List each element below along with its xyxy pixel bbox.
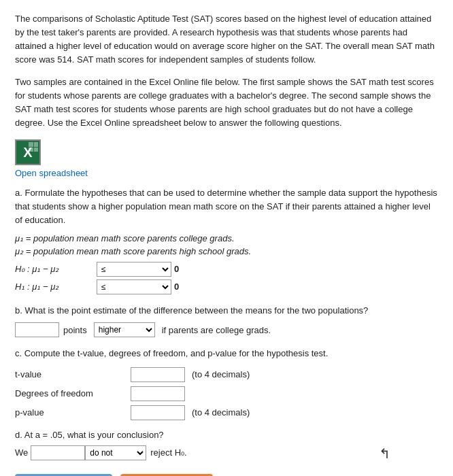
p-value-input[interactable] — [131, 405, 185, 420]
h1-select[interactable]: ≤ ≥ = < > ≠ — [97, 279, 171, 294]
conclusion-row: We do not do reject H₀. — [15, 445, 438, 460]
p-value-label: p-value — [15, 407, 131, 418]
excel-icon: X — [15, 139, 41, 165]
points-label: points — [63, 325, 87, 335]
h1-row: H₁ : μ₁ − μ₂ ≤ ≥ = < > ≠ 0 — [15, 279, 438, 294]
p-value-note: (to 4 decimals) — [192, 407, 250, 418]
page-container: The comparisons of Scholastic Aptitude T… — [0, 0, 453, 476]
intro-paragraph-1: The comparisons of Scholastic Aptitude T… — [15, 12, 438, 67]
section-b-label: b. What is the point estimate of the dif… — [15, 304, 438, 318]
df-label: Degrees of freedom — [15, 388, 131, 398]
section-a-label: a. Formulate the hypotheses that can be … — [15, 186, 438, 227]
excel-grid-decoration — [29, 142, 38, 152]
t-value-input[interactable] — [131, 367, 185, 382]
point-estimate-input[interactable] — [15, 322, 59, 337]
t-value-label: t-value — [15, 369, 131, 379]
h0-row: H₀ : μ₁ − μ₂ ≤ ≥ = < > ≠ 0 — [15, 262, 438, 277]
conclusion-select[interactable]: do not do — [85, 445, 146, 460]
h1-label: H₁ : μ₁ − μ₂ — [15, 282, 97, 292]
direction-select[interactable]: higher lower equal — [94, 322, 155, 337]
mu2-definition: μ₂ = population mean math score parents … — [15, 246, 438, 256]
t-value-row: t-value (to 4 decimals) — [15, 367, 438, 382]
df-row: Degrees of freedom — [15, 386, 438, 401]
reject-label: reject H₀. — [150, 447, 186, 458]
section-c-label: c. Compute the t-value, degrees of freed… — [15, 347, 438, 360]
h0-select[interactable]: ≤ ≥ = < > ≠ — [97, 262, 171, 277]
point-estimate-row: points higher lower equal if parents are… — [15, 322, 438, 337]
mu1-definition: μ₁ = population mean math score parents … — [15, 233, 438, 243]
intro-paragraph-2: Two samples are contained in the Excel O… — [15, 75, 438, 131]
t-value-note: (to 4 decimals) — [192, 369, 250, 379]
section-d-wrapper: d. At a = .05, what is your conclusion? … — [15, 430, 438, 440]
conclusion-blank-input[interactable] — [31, 445, 85, 460]
if-label: if parents are college grads. — [162, 325, 271, 335]
h0-zero: 0 — [174, 264, 179, 274]
p-value-row: p-value (to 4 decimals) — [15, 405, 438, 420]
section-d-label: d. At a = .05, what is your conclusion? — [15, 430, 438, 440]
h1-zero: 0 — [174, 282, 179, 292]
buttons-row: Check My Work Reset Problem — [15, 474, 438, 476]
excel-row: X — [15, 139, 438, 165]
cursor-arrow-icon: ↱ — [379, 445, 390, 462]
check-my-work-button[interactable]: Check My Work — [15, 474, 112, 476]
open-spreadsheet-link[interactable]: Open spreadsheet — [15, 168, 438, 178]
stat-table: t-value (to 4 decimals) Degrees of freed… — [15, 367, 438, 420]
h0-label: H₀ : μ₁ − μ₂ — [15, 264, 97, 274]
we-label: We — [15, 447, 28, 458]
reset-problem-button[interactable]: Reset Problem — [120, 474, 214, 476]
hypothesis-table: H₀ : μ₁ − μ₂ ≤ ≥ = < > ≠ 0 H₁ : μ₁ − μ₂ … — [15, 262, 438, 294]
df-input[interactable] — [131, 386, 185, 401]
